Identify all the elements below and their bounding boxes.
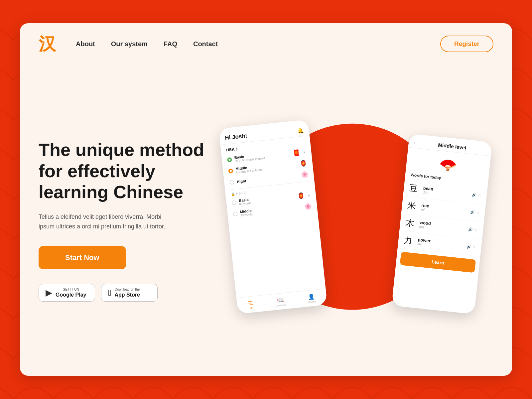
star-icon-3[interactable]: ☆ — [474, 228, 478, 232]
google-play-button[interactable]: ▶ GET IT ON Google Play — [39, 284, 95, 302]
phone1-nav-all[interactable]: ☰ All — [248, 300, 253, 310]
phone1-nav-glossary[interactable]: 📖 Glossary — [275, 296, 286, 307]
hsk1-section: HSK 1 Basic 50 of 50 words learned 🧧 ▲ — [221, 139, 314, 189]
start-now-button[interactable]: Start Now — [39, 246, 126, 269]
word-char-bean: 豆 — [409, 183, 420, 195]
hsk1-middle-radio — [228, 169, 233, 174]
hsk2-basic-emoji: 🏮 — [297, 192, 305, 200]
profile-icon: 👤 — [308, 293, 315, 300]
speaker-icon[interactable]: 🔊 — [472, 193, 477, 197]
register-button[interactable]: Register — [440, 36, 493, 52]
all-icon: ☰ — [248, 300, 253, 307]
phone1-body: HSK 1 Basic 50 of 50 words learned 🧧 ▲ — [220, 136, 318, 224]
google-play-name: Google Play — [56, 292, 86, 298]
chevron-up-icon: ▲ — [303, 150, 306, 154]
chevron-up-icon-2: ▲ — [307, 193, 311, 197]
phone1-nav-all-label: All — [249, 307, 253, 310]
phone1-nav-profile-label: Profile — [308, 300, 316, 304]
google-play-sub: GET IT ON — [56, 288, 86, 292]
phone1-nav-profile[interactable]: 👤 Profile — [308, 293, 316, 304]
phone1-nav-glossary-label: Glossary — [275, 303, 286, 307]
lock-icon: 🔒 — [231, 192, 235, 196]
phone1-nav: ☰ All 📖 Glossary 👤 Profile — [236, 288, 328, 314]
hsk2-middle-emoji: 🌸 — [304, 202, 312, 210]
word-char-rice: 米 — [407, 200, 418, 212]
hero-right: Hi Josh! 🔔 HSK 1 Basic 50 of 50 words le… — [211, 72, 493, 368]
word-char-power: 力 — [403, 234, 414, 247]
hero-subtitle: Tellus a eleifend velit eget libero vive… — [39, 212, 178, 231]
navbar: 汉 About Our system FAQ Contact Register — [20, 23, 512, 53]
nav-faq[interactable]: FAQ — [164, 40, 177, 48]
hsk1-middle-emoji: 🏮 — [300, 159, 308, 167]
hsk1-basic-emoji: 🧧 — [292, 149, 300, 157]
hero-left: The unique method for effectively learni… — [39, 139, 211, 302]
star-icon-2[interactable]: ☆ — [476, 210, 479, 215]
app-store-button[interactable]:  Download on the App Store — [101, 284, 158, 302]
star-icon[interactable]: ☆ — [478, 193, 481, 198]
hsk1-basic-radio — [227, 157, 232, 162]
glossary-icon: 📖 — [277, 297, 284, 304]
hsk1-hight-name: Hight — [237, 173, 299, 184]
speaker-icon-3[interactable]: 🔊 — [468, 227, 473, 232]
phone-mockup-2: ‹ Middle level 🪭 Words for today 豆 bean … — [392, 134, 492, 314]
speaker-icon-4[interactable]: 🔊 — [466, 244, 471, 249]
hsk1-hight-emoji: 🌸 — [301, 171, 309, 179]
phone1-greeting: Hi Josh! — [224, 133, 247, 142]
hsk1-hight-radio — [229, 180, 234, 185]
hsk2-basic-radio — [231, 200, 236, 205]
app-store-icon:  — [108, 288, 111, 298]
google-play-icon: ▶ — [46, 288, 52, 298]
back-icon[interactable]: ‹ — [414, 140, 416, 145]
hero-section: The unique method for effectively learni… — [20, 53, 512, 368]
hsk2-middle-radio — [233, 211, 238, 216]
nav-contact[interactable]: Contact — [193, 40, 218, 48]
app-store-name: App Store — [115, 292, 140, 298]
logo: 汉 — [39, 35, 56, 53]
star-icon-4[interactable]: ☆ — [472, 245, 476, 249]
store-buttons: ▶ GET IT ON Google Play  Download on th… — [39, 284, 211, 302]
nav-our-system[interactable]: Our system — [111, 40, 148, 48]
speaker-icon-2[interactable]: 🔊 — [470, 210, 475, 214]
hero-title: The unique method for effectively learni… — [39, 139, 211, 203]
hsk2-title: HSK 2 — [236, 191, 246, 196]
nav-links: About Our system FAQ Contact — [76, 40, 440, 48]
phone1-bell-icon: 🔔 — [297, 127, 304, 134]
main-card: 汉 About Our system FAQ Contact Register … — [20, 23, 512, 376]
nav-about[interactable]: About — [76, 40, 95, 48]
word-char-wood: 木 — [405, 217, 416, 229]
app-store-sub: Download on the — [115, 288, 140, 292]
